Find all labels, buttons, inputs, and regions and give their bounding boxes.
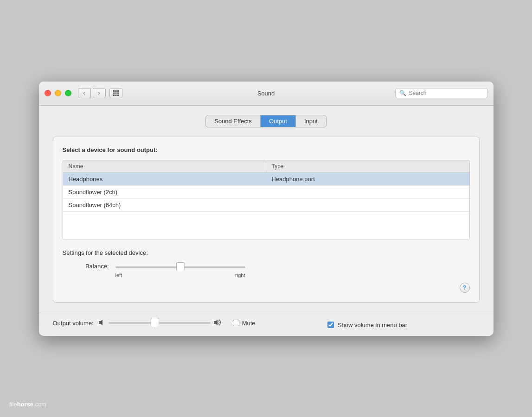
main-window: ‹ › Sound 🔍 Sound Effects Output Input	[39, 82, 494, 336]
search-icon: 🔍	[399, 90, 406, 96]
show-volume-label: Show volume in menu bar	[338, 322, 407, 329]
device-name: Soundflower (64ch)	[63, 199, 266, 211]
forward-button[interactable]: ›	[93, 88, 106, 98]
svg-rect-3	[113, 93, 115, 94]
table-body: Headphones Headphone port Soundflower (2…	[63, 173, 469, 240]
output-panel: Select a device for sound output: Name T…	[53, 137, 480, 303]
balance-label: Balance:	[81, 263, 109, 270]
tab-bar: Sound Effects Output Input	[53, 115, 480, 127]
svg-marker-9	[99, 320, 103, 325]
mute-checkbox[interactable]	[233, 320, 239, 326]
device-type	[266, 186, 469, 198]
balance-right-label: right	[235, 272, 245, 278]
minimize-button[interactable]	[55, 90, 61, 96]
titlebar: ‹ › Sound 🔍	[39, 82, 494, 106]
traffic-lights	[45, 90, 71, 96]
col-type: Type	[266, 160, 469, 172]
back-button[interactable]: ‹	[78, 88, 91, 98]
bottom-center: Show volume in menu bar	[256, 318, 480, 329]
volume-slider[interactable]	[109, 322, 211, 324]
volume-low-icon	[98, 319, 106, 328]
settings-section: Settings for the selected device: Balanc…	[63, 249, 470, 293]
watermark: filehorse.com	[9, 401, 46, 408]
svg-rect-6	[113, 95, 115, 96]
tab-output[interactable]: Output	[261, 115, 296, 127]
watermark-prefix: file	[9, 401, 17, 408]
table-row[interactable]: Soundflower (2ch)	[63, 186, 469, 199]
nav-buttons: ‹ ›	[78, 88, 106, 98]
search-input[interactable]	[409, 90, 484, 96]
svg-rect-2	[117, 90, 119, 92]
device-type: Headphone port	[266, 173, 469, 185]
svg-rect-8	[117, 95, 119, 96]
balance-labels: left right	[63, 272, 245, 278]
device-name: Headphones	[63, 173, 266, 185]
table-row-empty	[63, 212, 469, 240]
table-header: Name Type	[63, 160, 469, 173]
empty-cell	[63, 212, 266, 240]
tab-input[interactable]: Input	[296, 115, 326, 127]
balance-row: Balance:	[63, 263, 470, 270]
balance-slider[interactable]	[115, 266, 245, 268]
grid-view-button[interactable]	[109, 88, 122, 98]
tab-sound-effects[interactable]: Sound Effects	[206, 115, 261, 127]
section-title: Select a device for sound output:	[63, 146, 470, 153]
device-table: Name Type Headphones Headphone port Soun…	[63, 160, 470, 240]
bottom-bar: Output volume: Mute Show volume in menu …	[39, 312, 494, 336]
balance-slider-container	[115, 263, 245, 270]
tab-group: Sound Effects Output Input	[205, 115, 327, 127]
output-volume-label: Output volume:	[53, 320, 94, 327]
svg-rect-7	[115, 95, 116, 96]
watermark-highlight: horse	[17, 401, 33, 408]
mute-area: Mute	[233, 320, 256, 327]
svg-marker-10	[214, 320, 218, 325]
table-row[interactable]: Headphones Headphone port	[63, 173, 469, 186]
svg-rect-4	[115, 93, 116, 94]
mute-label: Mute	[242, 320, 256, 327]
volume-high-icon	[213, 319, 223, 328]
settings-label: Settings for the selected device:	[63, 249, 470, 256]
svg-rect-1	[115, 90, 116, 92]
help-button[interactable]: ?	[460, 283, 470, 293]
search-box[interactable]: 🔍	[395, 88, 488, 98]
maximize-button[interactable]	[65, 90, 71, 96]
show-volume-row: Show volume in menu bar	[327, 322, 407, 329]
content-area: Sound Effects Output Input Select a devi…	[39, 106, 494, 312]
table-row[interactable]: Soundflower (64ch)	[63, 199, 469, 212]
svg-rect-5	[117, 93, 119, 94]
empty-cell	[266, 212, 469, 240]
svg-rect-0	[113, 90, 115, 92]
device-type	[266, 199, 469, 211]
show-volume-checkbox[interactable]	[327, 322, 334, 328]
watermark-suffix: .com	[33, 401, 46, 408]
window-title: Sound	[257, 90, 275, 97]
col-name: Name	[63, 160, 266, 172]
balance-left-label: left	[115, 272, 122, 278]
close-button[interactable]	[45, 90, 51, 96]
device-name: Soundflower (2ch)	[63, 186, 266, 198]
